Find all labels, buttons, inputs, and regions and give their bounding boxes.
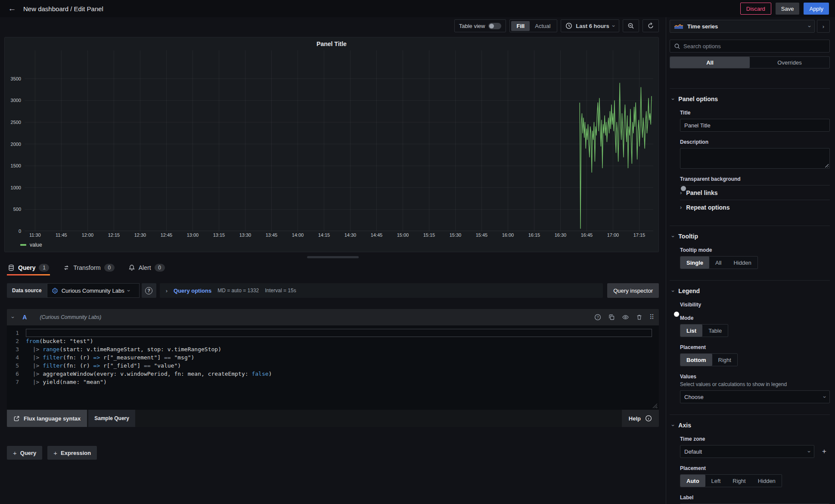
add-timezone-button[interactable]: + [819,447,830,456]
code-line-5[interactable]: 5 |> filter(fn: (r) => r["_field"] == "v… [7,362,659,370]
options-filter-tabs-option-overrides[interactable]: Overrides [750,57,829,68]
axis-placement-group-option-hidden[interactable]: Hidden [752,475,782,487]
fill-actual-switch: Fill Actual [509,19,557,32]
code-line-3[interactable]: 3 |> range(start: v.timeRangeStart, stop… [7,345,659,353]
legend-visibility-label: Visibility [680,302,830,308]
tooltip-header[interactable]: › Tooltip [670,226,830,240]
apply-button[interactable]: Apply [804,3,829,15]
y-axis-tick-label: 2500 [11,120,21,125]
tab-alert[interactable]: Alert 0 [127,260,166,275]
legend-series-label[interactable]: value [30,242,42,248]
timezone-value: Default [684,448,702,455]
query-options-link[interactable]: Query options [174,288,211,294]
eye-icon[interactable] [622,314,629,321]
clock-icon [565,22,572,29]
tab-query-label: Query [18,264,35,271]
refresh-button[interactable] [643,19,659,32]
legend-values-select[interactable]: Choose › [680,390,830,403]
time-range-picker[interactable]: Last 6 hours › [561,19,619,32]
trash-icon[interactable] [636,314,643,321]
influxdb-logo-icon [52,288,58,294]
legend-mode-label: Mode [680,315,830,321]
zoom-out-button[interactable] [623,19,639,32]
query-inspector-button[interactable]: Query inspector [607,283,659,298]
x-axis-tick-label: 11:45 [56,232,67,238]
help-button[interactable]: Help [622,410,659,427]
tooltip-mode-group-option-hidden[interactable]: Hidden [727,257,757,269]
legend-values-placeholder: Choose [684,394,704,400]
chevron-down-icon: › [670,98,676,100]
panel-description-textarea[interactable] [680,148,830,169]
collapse-pane-button[interactable]: › [817,20,830,33]
panel-links-collapse[interactable]: › Panel links [680,185,830,200]
legend-mode-group: ListTable [680,324,728,337]
sample-query-button[interactable]: Sample Query [88,410,135,427]
editor-resize-handle[interactable] [652,403,657,408]
code-line-4[interactable]: 4 |> filter(fn: (r) => r["_measurement"]… [7,353,659,362]
add-query-button[interactable]: + Query [7,446,42,460]
y-axis: 0500100015002000250030003500 [7,50,22,231]
external-link-icon [13,415,20,422]
plot-region[interactable] [25,50,653,231]
table-view-toggle[interactable] [488,23,501,29]
drag-handle-icon[interactable]: ⠿ [649,313,654,321]
chevron-right-icon: › [823,24,824,29]
panel-title-input[interactable] [680,119,830,132]
info-circle-icon [645,415,652,422]
time-series-panel[interactable]: Panel Title 0500100015002000250030003500… [4,37,659,252]
legend-placement-group-option-right[interactable]: Right [712,354,737,366]
back-arrow-icon[interactable]: ← [5,2,19,15]
legend-placement-group-option-bottom[interactable]: Bottom [680,354,712,366]
legend-mode-group-option-table[interactable]: Table [702,325,728,337]
timezone-select[interactable]: Default › [680,445,814,458]
options-filter-tabs-option-all[interactable]: All [670,57,750,68]
collapse-query-icon[interactable]: › [10,316,16,318]
datasource-help-button[interactable]: ? [142,283,156,298]
tab-query[interactable]: Query 1 [7,260,50,275]
time-range-label: Last 6 hours [576,23,609,29]
add-expression-label: Expression [61,450,91,456]
code-line-1[interactable]: 1 [7,329,659,337]
flux-code-editor[interactable]: 12from(bucket: "test")3 |> range(start: … [7,325,659,410]
section-title: Tooltip [678,233,698,240]
legend-mode-group-option-list[interactable]: List [680,325,702,337]
table-view-toggle-group[interactable]: Table view [454,19,506,32]
help-circle-icon[interactable]: ? [594,314,601,321]
query-editor-footer: Flux language syntax Sample Query Help [7,410,659,427]
code-line-7[interactable]: 7 |> yield(name: "mean") [7,378,659,386]
axis-placement-group-option-left[interactable]: Left [705,475,727,487]
axis-placement-group-option-right[interactable]: Right [726,475,751,487]
add-expression-button[interactable]: + Expression [47,446,97,460]
actual-option[interactable]: Actual [530,21,556,31]
code-line-6[interactable]: 6 |> aggregateWindow(every: v.windowPeri… [7,370,659,378]
datasource-label: Data source [7,283,47,298]
tooltip-mode-group-option-all[interactable]: All [709,257,727,269]
section-axis: › Axis Time zone Default › + Placement [670,414,830,504]
duplicate-icon[interactable] [608,314,615,321]
flux-syntax-button[interactable]: Flux language syntax [7,410,87,427]
visualization-picker[interactable]: Time series › [670,20,815,33]
x-axis-tick-label: 12:30 [134,232,146,238]
fill-option[interactable]: Fill [511,21,530,31]
tab-transform[interactable]: Transform 0 [62,260,115,275]
code-line-2[interactable]: 2from(bucket: "test") [7,337,659,345]
textarea-resize-icon[interactable] [825,164,829,167]
panel-resize-handle[interactable] [307,256,359,258]
repeat-options-collapse[interactable]: › Repeat options [680,200,830,214]
query-count-badge: 1 [39,264,49,272]
section-legend: › Legend Visibility Mode ListTable Place… [670,280,830,414]
discard-button[interactable]: Discard [740,3,771,15]
tooltip-mode-group-option-single[interactable]: Single [680,257,709,269]
query-ref-id[interactable]: A [22,314,27,321]
axis-placement-group-option-auto[interactable]: Auto [680,475,705,487]
axis-placement-group: AutoLeftRightHidden [680,474,782,487]
datasource-picker[interactable]: Curious Community Labs › [47,283,140,298]
panel-options-header[interactable]: › Panel options [670,89,830,102]
save-button[interactable]: Save [776,3,800,15]
axis-header[interactable]: › Axis [670,415,830,429]
x-axis-tick-label: 12:15 [108,232,120,238]
section-panel-options: › Panel options Title Description Transp… [670,88,830,226]
table-view-label: Table view [459,23,485,29]
options-search-input[interactable] [683,43,826,49]
legend-header[interactable]: › Legend [670,281,830,294]
